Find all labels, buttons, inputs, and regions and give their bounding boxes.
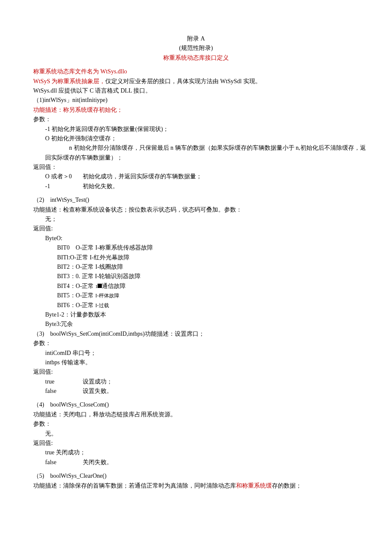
fn1-param-1: -1 初始化并返回缓存的车辆数据量(保留现状)； bbox=[21, 125, 371, 134]
fn2-byte12: Byte1-2：计量参数版本 bbox=[21, 310, 371, 320]
fn3-param-2: intbps 传输速率。 bbox=[21, 358, 371, 367]
fn1-return-label: 返回值： bbox=[21, 163, 371, 172]
fn2-bit5b: I-秤体故障 bbox=[95, 293, 119, 299]
document-body: 附录 A (规范性附录) 称重系统动态库接口定义 称重系统动态库文件名为 WtS… bbox=[21, 34, 371, 491]
fn2-byte0: ByteO: bbox=[21, 234, 371, 243]
fn2-bit6: BIT6：O-正常 I-过载 bbox=[21, 301, 371, 310]
fn3-return-label: 返回值: bbox=[21, 367, 371, 377]
fn1-return-1: O 或者＞0 初始化成功，并返回实际缓存的车辆数据量； bbox=[21, 172, 371, 181]
fn4-param-none: 无。 bbox=[21, 429, 371, 439]
fn2-bit0: BIT0 O-正常 I-称重系统传感器故障 bbox=[21, 243, 371, 253]
fn4-return-2: false 关闭失败。 bbox=[21, 458, 371, 467]
intro-line-1: 称重系统动态库文件名为 WtSys.dllo bbox=[33, 67, 371, 76]
fn1-param-3: n 初始化并部分清除缓存，只保留最后 n 辆车的数据（如果实际缓存的车辆数据量小… bbox=[45, 145, 366, 160]
appendix-heading: 称重系统动态库接口定义 bbox=[21, 53, 371, 63]
fn4-return-1: true 关闭成功； bbox=[21, 448, 371, 457]
fn3-signature: （3) boolWtSys_SetCom(intiComID,intbps)功能… bbox=[21, 329, 371, 339]
fn2-bit4: BIT4：O-正常 1通信故障 bbox=[21, 282, 371, 291]
fn1-ret1-text: 初始化成功，并返回实际缓存的车辆数据量； bbox=[83, 173, 202, 180]
fn1-desc: 功能描述：称另系统缓存初始化； bbox=[21, 105, 371, 115]
fn3-ret1-code: true bbox=[45, 377, 81, 386]
fn5-desc-b: 和称重系统缓 bbox=[236, 482, 272, 489]
fn2-bit1: BITl:O-正常 I-红外光幕故障 bbox=[21, 253, 371, 262]
fn1-return-2: -1 初始化失败。 bbox=[21, 182, 371, 191]
fn2-return-label: 返回值: bbox=[21, 224, 371, 233]
intro-line-2a: WtSyS 为称重系统抽象层， bbox=[33, 78, 105, 84]
fn2-bit6a: BIT6：O-正常 bbox=[57, 302, 95, 308]
fn5-signature: （5) boolWtSys_ClearOne() bbox=[21, 471, 371, 481]
fn3-param-1: intiComID 串口号； bbox=[21, 349, 371, 358]
fn1-signature: （1)intWlSys」nit(intInitiype) bbox=[21, 96, 371, 105]
black-square-icon bbox=[98, 284, 102, 288]
fn4-desc: 功能描述：关闭电口，释放动态链接库占用系统资源。 bbox=[21, 410, 371, 419]
fn3-ret1-text: 设置成功； bbox=[83, 378, 112, 385]
fn2-signature: （2) intWtSys_Test() bbox=[21, 195, 371, 205]
fn2-desc: 功能描述：检查称重系统设备状态；按位数表示状态码，状态码可叠加。参数： bbox=[21, 205, 371, 215]
fn2-bit5a: BIT5：O-正常 bbox=[57, 292, 95, 299]
fn3-ret2-code: false bbox=[45, 386, 81, 396]
intro-line-3: WtSys.dll 应提供以下 C 语言格式 DLL 接口。 bbox=[33, 86, 371, 96]
fn1-ret2-text: 初始化失败。 bbox=[83, 183, 118, 189]
fn4-params-label: 参数： bbox=[21, 419, 371, 429]
fn4-signature: （4) boolWtSys_CloseCom() bbox=[21, 400, 371, 410]
fn2-bit4a: BIT4：O-正常 bbox=[57, 283, 95, 289]
fn3-return-2: false 设置失败。 bbox=[21, 386, 371, 396]
fn2-bit3: BIT3：0. 正常 I-轮轴识别器故障 bbox=[21, 272, 371, 281]
fn1-ret1-code: O 或者＞0 bbox=[45, 172, 81, 181]
fn4-ret2-text: 关闭失败。 bbox=[83, 459, 112, 465]
fn5-desc-a: 功能描述：清除保存的首辆车数据；若通信正常时为真清除，同时清除动态库 bbox=[33, 482, 236, 489]
fn4-ret2-code: false bbox=[45, 458, 81, 467]
intro-block: 称重系统动态库文件名为 WtSys.dllo WtSyS 为称重系统抽象层，仅定… bbox=[21, 67, 371, 96]
fn3-ret2-text: 设置失败。 bbox=[83, 388, 112, 394]
appendix-subtitle: (规范性附录) bbox=[21, 44, 371, 53]
fn4-return-label: 返回值: bbox=[21, 439, 371, 448]
fn3-return-1: true 设置成功； bbox=[21, 377, 371, 386]
fn1-param-2: O 初始化并强制清空缓存； bbox=[21, 134, 371, 143]
intro-line-2: WtSyS 为称重系统抽象层，仅定义对应业务层的接口，具体实现方法由 WtSyS… bbox=[33, 77, 371, 86]
fn3-params-label: 参数： bbox=[21, 339, 371, 348]
fn5-desc: 功能描述：清除保存的首辆车数据；若通信正常时为真清除，同时清除动态库和称重系统缓… bbox=[21, 481, 371, 491]
fn5-desc-c: 存的数据； bbox=[272, 482, 302, 489]
fn2-byte3: Byte3:冗余 bbox=[21, 320, 371, 329]
fn1-param-3-wrap: n 初始化并部分清除缓存，只保留最后 n 辆车的数据（如果实际缓存的车辆数据量小… bbox=[45, 143, 371, 163]
fn1-params-label: 参数： bbox=[21, 115, 371, 124]
appendix-title: 附录 A bbox=[21, 34, 371, 44]
fn2-bit5: BIT5：O-正常 I-秤体故障 bbox=[21, 291, 371, 300]
fn2-param-none: 无； bbox=[21, 215, 371, 224]
fn2-bit4b: 通信故障 bbox=[102, 283, 126, 289]
fn2-bit2: BIT2：O-正常 I-线圈故障 bbox=[21, 262, 371, 272]
intro-line-2b: 仅定义对应业务层的接口，具体实现方法由 WtSySdl 实现。 bbox=[105, 78, 261, 84]
fn1-ret2-code: -1 bbox=[45, 182, 81, 191]
fn2-bit6b: I-过载 bbox=[95, 302, 109, 308]
